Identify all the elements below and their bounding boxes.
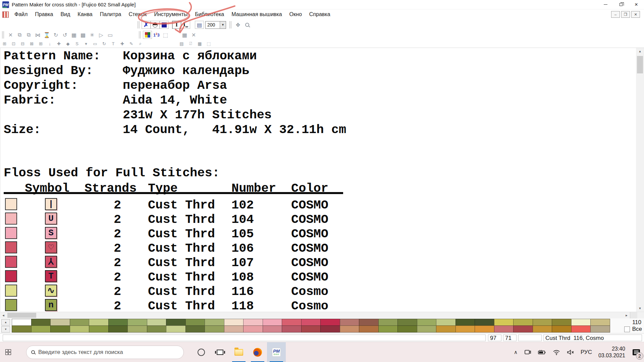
close-pattern-icon[interactable]: ✕	[189, 31, 198, 39]
zoom-refresh-button[interactable]	[243, 21, 252, 29]
full-cross-view-button[interactable]: ✗	[142, 21, 151, 29]
horizontal-scrollbar[interactable]: ◄ ►	[0, 312, 644, 318]
mdi-restore-button[interactable]: ❒	[621, 11, 630, 18]
french-knot-tool-icon[interactable]: ⊞	[36, 40, 45, 47]
fit-to-window-button[interactable]: ✥	[233, 21, 243, 29]
palette-color-cell[interactable]	[455, 325, 475, 333]
copy-piece-icon[interactable]: ⧉	[15, 31, 24, 39]
palette-color-cell[interactable]	[12, 325, 32, 333]
palette-color-cell[interactable]	[50, 325, 70, 333]
diamond-tool-icon[interactable]: ◆	[63, 40, 72, 47]
palette-color-cell[interactable]	[301, 319, 321, 326]
petite-stitch-tool-icon[interactable]: ⊠	[27, 40, 36, 47]
palette-color-cell[interactable]	[378, 325, 398, 333]
palette-color-cell[interactable]	[166, 319, 186, 326]
palette-color-cell[interactable]	[70, 319, 90, 326]
close-button[interactable]: ✕	[629, 0, 644, 9]
palette-color-cell[interactable]	[205, 325, 224, 333]
mdi-minimize-button[interactable]: –	[611, 11, 620, 18]
palette-color-cell[interactable]	[243, 325, 263, 333]
letter-s-tool-icon[interactable]: S	[72, 40, 82, 47]
menu-item[interactable]: Палитра	[96, 9, 125, 19]
pattern-maker-button[interactable]: PMooo	[267, 342, 286, 362]
full-stitch-tool-icon[interactable]: ⊞	[0, 40, 9, 47]
palette-color-cell[interactable]	[513, 319, 533, 326]
palette-color-cell[interactable]	[224, 325, 244, 333]
zoom-combobox[interactable]: 200 ▼	[205, 21, 226, 29]
menu-item[interactable]: Вид	[57, 9, 74, 19]
information-view-button[interactable]: ▤	[195, 21, 204, 29]
palette-color-cell[interactable]	[494, 319, 514, 326]
palette-color-cell[interactable]	[359, 325, 379, 333]
palette-color-cell[interactable]	[533, 319, 552, 326]
palette-color-cell[interactable]	[397, 319, 417, 326]
symbols-color-view-button[interactable]: Ine	[181, 21, 190, 29]
mdi-close-button[interactable]: ✕	[631, 11, 640, 18]
hidden-icons-button[interactable]: ∧	[511, 349, 521, 355]
palette-color-cell[interactable]	[397, 325, 417, 333]
palette-color-cell[interactable]	[571, 325, 591, 333]
scroll-right-button[interactable]: ►	[623, 312, 630, 318]
taskbar-clock[interactable]: 23:40 03.03.2021	[595, 346, 629, 359]
palette-color-cell[interactable]	[533, 325, 552, 333]
palette-colors-button[interactable]	[143, 31, 152, 39]
palette-color-cell[interactable]	[436, 325, 456, 333]
palette-color-cell[interactable]	[340, 325, 360, 333]
vertical-scrollbar[interactable]: ▲ ▼	[636, 48, 644, 312]
menu-item[interactable]: Файл	[11, 9, 31, 19]
wifi-tray-button[interactable]	[549, 349, 564, 355]
flip-vertical-icon[interactable]: ⌛	[42, 31, 51, 39]
flip-horizontal-icon[interactable]: ⋈	[33, 31, 42, 39]
volume-muted-tray-button[interactable]	[564, 349, 578, 355]
dropdown-icon[interactable]: ▾	[82, 40, 91, 47]
grid-icon[interactable]: ▦	[180, 31, 189, 39]
menu-item[interactable]: Правка	[31, 9, 57, 19]
cross-tool-icon[interactable]: ✚	[54, 40, 63, 47]
paste-piece-icon[interactable]: ⧉	[24, 31, 33, 39]
palette-color-cell[interactable]	[436, 319, 456, 326]
menu-item[interactable]: Библиотека	[191, 9, 228, 19]
minimize-button[interactable]	[598, 0, 613, 9]
action-center-button[interactable]: 2	[629, 342, 644, 362]
scroll-down-button[interactable]: ▼	[636, 305, 644, 312]
palette-color-cell[interactable]	[12, 319, 32, 326]
play-icon[interactable]: ▷	[97, 31, 106, 39]
vertical-scroll-thumb[interactable]	[637, 56, 643, 73]
palette-color-cell[interactable]	[127, 319, 147, 326]
palette-color-cell[interactable]	[263, 319, 282, 326]
plus-tool-icon[interactable]: ✚	[118, 40, 127, 47]
palette-scroll-up-button[interactable]: ▲	[1, 319, 10, 325]
menu-item[interactable]: Канва	[74, 9, 96, 19]
firefox-button[interactable]	[248, 342, 267, 362]
toolbar-grip[interactable]	[138, 21, 140, 28]
scroll-up-button[interactable]: ▲	[636, 48, 644, 55]
rotate-left-icon[interactable]: ↺	[60, 31, 69, 39]
palette-color-cell[interactable]	[320, 319, 340, 326]
palette-color-cell[interactable]	[166, 325, 186, 333]
menu-item[interactable]: Инструменты	[150, 9, 191, 19]
palette-color-cell[interactable]	[378, 319, 398, 326]
palette-color-cell[interactable]	[359, 319, 379, 326]
selection-icon[interactable]: ▭	[106, 31, 115, 39]
palette-color-cell[interactable]	[320, 325, 340, 333]
rotate-tool-icon[interactable]: ↻	[100, 40, 109, 47]
battery-tray-button[interactable]	[535, 349, 549, 355]
file-explorer-button[interactable]	[229, 342, 248, 362]
palette-color-cell[interactable]	[417, 325, 437, 333]
palette-color-cell[interactable]	[417, 319, 437, 326]
half-tone-view-button[interactable]	[151, 21, 160, 29]
menu-item[interactable]: Справка	[306, 9, 334, 19]
scroll-left-button[interactable]: ◄	[0, 312, 7, 318]
edit-tool-icon[interactable]: ✎	[127, 40, 136, 47]
palette-color-cell[interactable]	[70, 325, 90, 333]
cortana-button[interactable]	[192, 342, 211, 362]
show-all-checkbox[interactable]	[624, 326, 630, 332]
rectangle-tool-icon[interactable]: ▭	[91, 40, 100, 47]
palette-color-cell[interactable]	[301, 325, 321, 333]
text-tool-icon[interactable]: T	[109, 40, 118, 47]
palette-color-cell[interactable]	[147, 325, 167, 333]
palette-color-cell[interactable]	[243, 319, 263, 326]
palette-color-cell[interactable]	[31, 319, 51, 326]
quarter-stitch-tool-icon[interactable]: ⊟	[18, 40, 27, 47]
horizontal-scroll-thumb[interactable]	[7, 313, 36, 318]
